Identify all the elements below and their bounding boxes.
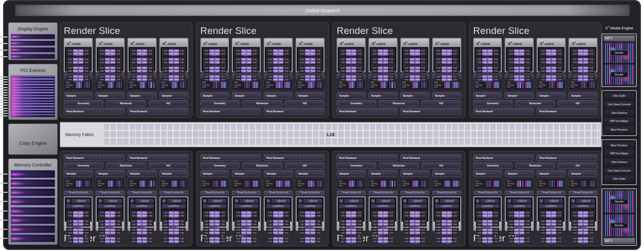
vector-engine-row: XVEXMXXMXXVE	[508, 67, 530, 69]
xve-cell: XVE	[589, 240, 594, 243]
xmx-cell: XMX	[583, 237, 588, 240]
ray-tracing-unit-label: Ray Tracing Unit	[203, 180, 211, 187]
xmx-cell: XMX	[551, 70, 556, 72]
xve-cell: XVE	[589, 220, 594, 223]
xve-cell: XVE	[453, 220, 458, 223]
sampler-label: Sampler	[505, 172, 519, 175]
vector-engine-grid: XVEXMXXMXXVEXVEXMXXMXXVEXVEXMXXMXXVEXVEX…	[233, 47, 260, 60]
xmx-cell: XMX	[110, 78, 115, 81]
xmx-cell: XMX	[73, 58, 78, 61]
xve-cell: XVE	[163, 212, 168, 214]
geometry-row: GeometryRasterizerHiZ	[64, 162, 188, 169]
media-title-suffix: Media Engine	[609, 26, 633, 30]
xmx-cell: XMX	[583, 75, 588, 78]
vector-engine-row: XVEXMXXMXXVE	[67, 67, 89, 69]
xmx-cell: XMX	[215, 215, 220, 217]
ray-tracing-pattern	[179, 82, 186, 88]
geometry-unit: Geometry	[64, 100, 103, 106]
xve-cell: XVE	[508, 50, 513, 52]
vector-engine-grid: XVEXMXXMXXVEXVEXMXXMXXVEXVEXMXXMXXVEXVEX…	[338, 47, 365, 60]
vector-engine-row: XVEXMXXMXXVE	[163, 75, 185, 78]
xmx-cell: XMX	[546, 67, 551, 69]
xmx-cell: XMX	[278, 215, 284, 217]
xve-cell: XVE	[540, 70, 545, 72]
xve-cell: XVE	[131, 58, 136, 61]
vector-engine-row: XVEXMXXMXXVE	[540, 61, 562, 64]
vector-engine-row: XVEXMXXMXXVE	[572, 67, 594, 69]
xmx-cell: XMX	[105, 215, 110, 217]
xmx-cell: XMX	[110, 212, 115, 214]
xmx-cell: XMX	[142, 232, 147, 234]
xe-core: Xe-coreXVEXMXXMXXVEXVEXMXXMXXVEXVEXMXXMX…	[232, 196, 261, 231]
xmx-cell: XMX	[241, 58, 246, 61]
xve-cell: XVE	[453, 212, 458, 214]
xmx-cell: XMX	[278, 50, 284, 52]
xve-cell: XVE	[252, 237, 257, 240]
xmx-cell: XMX	[73, 229, 78, 231]
xmx-cell: XMX	[346, 50, 351, 52]
xmx-cell: XMX	[415, 212, 420, 214]
xmx-cell: XMX	[174, 67, 179, 69]
xmx-cell: XMX	[305, 240, 310, 243]
video-stage: Color Space Converter	[604, 101, 634, 108]
thread-sorting-unit: Thread Sorting Unit	[128, 191, 156, 195]
xmx-cell: XMX	[78, 53, 84, 55]
sampler-ticks	[447, 94, 459, 97]
xmx-cell: XMX	[215, 212, 220, 214]
vector-engine-row: XVEXMXXMXXVE	[572, 78, 594, 81]
xve-cell: XVE	[357, 229, 362, 231]
xve-cell: XVE	[204, 215, 209, 217]
xve-cell: XVE	[557, 232, 562, 234]
vector-engine-row: XVEXMXXMXXVE	[235, 229, 257, 231]
vector-engine-row: XVEXMXXMXXVE	[204, 229, 226, 231]
xmx-cell: XMX	[78, 237, 84, 240]
sampler-ticks	[78, 172, 91, 175]
xmx-cell: XMX	[78, 240, 84, 243]
mfx-label: MFX	[603, 238, 635, 244]
xmx-cell: XMX	[241, 237, 246, 240]
ray-tracing-pattern	[84, 181, 90, 187]
load-store-unit: Load/Store	[371, 204, 395, 208]
vector-engine-row: XVEXMXXMXXVE	[163, 50, 185, 52]
xmx-cell: XMX	[174, 61, 179, 64]
xmx-cell: XMX	[110, 240, 115, 243]
xmx-cell: XMX	[73, 70, 78, 72]
xmx-cell: XMX	[78, 223, 84, 226]
xe-core-title-suffix: -core	[303, 41, 313, 46]
vector-engine-pair-group: XVEXMXXMXXVEXVEXMXXMXXVE	[571, 57, 595, 65]
xmx-cell: XMX	[488, 70, 493, 72]
xmx-cell: XMX	[105, 61, 110, 64]
xmx-cell: XMX	[410, 223, 415, 226]
vector-engine-row: XVEXMXXMXXVE	[163, 61, 185, 64]
vector-engine-pair-group: XVEXMXXMXXVEXVEXMXXMXXVE	[66, 57, 90, 65]
xmx-cell: XMX	[441, 75, 447, 78]
xve-cell: XVE	[477, 223, 482, 226]
xmx-cell: XMX	[441, 215, 447, 217]
vector-engine-row: XVEXMXXMXXVE	[99, 70, 121, 72]
xmx-cell: XMX	[482, 237, 487, 240]
xmx-cell: XMX	[415, 240, 420, 243]
xmx-cell: XMX	[247, 61, 252, 64]
xve-cell: XVE	[340, 53, 345, 55]
xve-cell: XVE	[131, 229, 136, 231]
sampler-ticks	[174, 94, 186, 97]
xve-cell: XVE	[540, 67, 545, 69]
xe-core: Xe-coreXVEXMXXMXXVEXVEXMXXMXXVEXVEXMXXMX…	[232, 38, 261, 72]
sampler-label: Sampler	[296, 172, 310, 175]
xmx-cell: XMX	[410, 50, 415, 52]
pixel-backend-ticks	[422, 156, 459, 159]
xve-cell: XVE	[163, 220, 168, 223]
xve-cell: XVE	[357, 232, 362, 234]
l1-slm-cache: L1$/SLM	[167, 199, 186, 203]
load-store-unit: Load/Store	[266, 204, 290, 208]
sampler-unit: Sampler	[200, 170, 229, 177]
xmx-cell: XMX	[351, 223, 356, 226]
vector-engine-row: XVEXMXXMXXVE	[67, 229, 89, 231]
sampler-unit: Sampler	[337, 170, 366, 177]
xve-cell: XVE	[116, 220, 121, 223]
thread-sorting-unit: Thread Sorting Unit	[64, 191, 93, 195]
ray-tracing-unit-label: Ray Tracing Unit	[266, 180, 274, 187]
xe-core: Xe-coreXVEXMXXMXXVEXVEXMXXMXXVEXVEXMXXMX…	[264, 196, 293, 231]
vector-engine-pair-group: XVEXMXXMXXVEXVEXMXXMXXVE	[403, 236, 427, 244]
ray-tracing-pattern	[115, 82, 122, 88]
